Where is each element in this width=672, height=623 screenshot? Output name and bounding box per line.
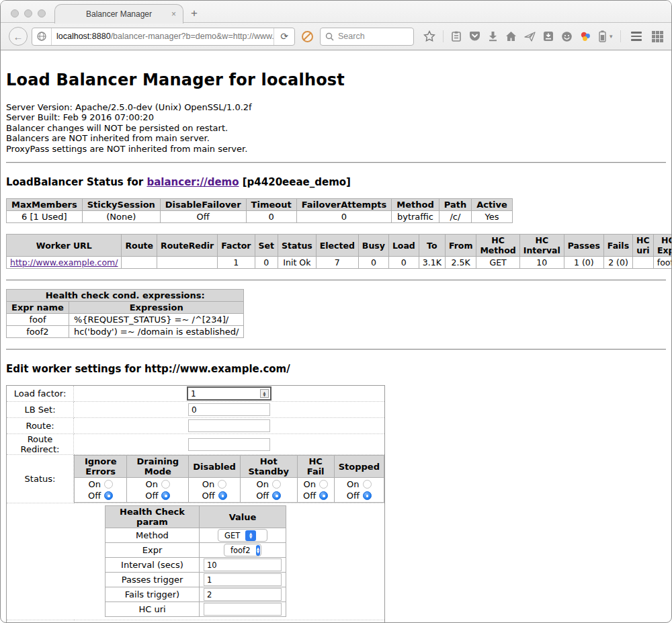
zoom-window-button[interactable] <box>38 9 46 17</box>
table-row: foof %{REQUEST_STATUS} =~ /^[234]/ <box>7 314 244 326</box>
hc-expr-table-title: Health check cond. expressions: <box>7 290 244 302</box>
disabled-on-radio[interactable] <box>218 480 226 489</box>
divider <box>6 349 666 350</box>
color-dots-icon[interactable] <box>580 31 591 42</box>
on-label: On <box>202 479 214 489</box>
draining-mode-off-radio[interactable] <box>161 491 170 500</box>
cell-set: 0 <box>255 257 278 269</box>
health-check-expressions-table: Health check cond. expressions: Expr nam… <box>6 289 244 338</box>
minimize-window-button[interactable] <box>24 9 32 17</box>
hot-standby-on-radio[interactable] <box>272 480 281 489</box>
cell-factor: 1 <box>218 257 255 269</box>
off-label: Off <box>88 491 101 501</box>
fails-input[interactable] <box>204 588 282 601</box>
tab-grid-icon[interactable] <box>652 31 663 42</box>
col-disabled: Disabled <box>189 456 241 478</box>
reload-icon[interactable]: ⟳ <box>274 31 294 42</box>
method-row: Method GET ▲▼ <box>106 528 286 543</box>
table-row: 6 [1 Used] (None) Off 0 0 bytraffic /c/ … <box>7 211 513 223</box>
load-factor-input[interactable] <box>188 389 260 399</box>
hc-uri-input[interactable] <box>204 603 282 616</box>
new-tab-button[interactable]: + <box>191 7 198 20</box>
cell-passes: 1 (0) <box>564 257 603 269</box>
heading-prefix: LoadBalancer Status for <box>6 176 146 188</box>
worker-url-link[interactable]: http://www.example.com/ <box>10 257 118 267</box>
table-row: http://www.example.com/ 1 0 Init Ok 7 0 … <box>7 257 672 269</box>
interval-input[interactable] <box>204 558 282 571</box>
hc-fail-on-radio[interactable] <box>319 480 328 489</box>
expr-selected-value: foof2 <box>230 546 251 555</box>
persist-note-line: Balancer changes will NOT be persisted o… <box>6 123 666 133</box>
url-bar[interactable]: localhost:8880/balancer-manager?b=demo&w… <box>32 28 295 46</box>
downloads-icon[interactable] <box>488 31 498 42</box>
battery-icon[interactable] <box>599 30 606 42</box>
cell-elected: 7 <box>316 257 358 269</box>
route-redirect-input[interactable] <box>188 438 270 451</box>
globe-icon[interactable] <box>32 32 51 41</box>
method-select[interactable]: GET ▲▼ <box>218 529 267 542</box>
cell-expr-name: foof2 <box>7 326 69 338</box>
col-active: Active <box>472 199 513 211</box>
stopped-off-radio[interactable] <box>363 491 372 500</box>
clipboard-icon[interactable] <box>451 31 462 42</box>
cell-route <box>122 257 157 269</box>
col-method: Method <box>392 199 439 211</box>
smiley-icon[interactable] <box>561 31 573 42</box>
passes-input[interactable] <box>204 573 282 586</box>
draining-mode-on-radio[interactable] <box>161 480 170 489</box>
load-factor-row: Load factor: ▲▼ <box>7 386 385 402</box>
table-header-row: Expr name Expression <box>7 302 244 314</box>
status-row: Status: Ignore Errors Draining Mode Disa… <box>7 455 385 503</box>
table-header-row: Health Check param Value <box>106 506 286 528</box>
col-hc-uri: HC uri <box>633 235 654 257</box>
blocked-plugin-icon[interactable] <box>302 31 313 42</box>
url-text[interactable]: localhost:8880/balancer-manager?b=demo&w… <box>52 32 274 41</box>
page-content: Load Balancer Manager for localhost Serv… <box>1 71 671 623</box>
lb-set-input[interactable] <box>188 403 270 416</box>
back-button[interactable]: ← <box>9 27 28 46</box>
route-input[interactable] <box>188 419 270 432</box>
col-fails: Fails <box>603 235 632 257</box>
close-window-button[interactable] <box>11 9 19 17</box>
navigation-toolbar: ← localhost:8880/balancer-manager?b=demo… <box>1 23 671 50</box>
table-header-row: Ignore Errors Draining Mode Disabled Hot… <box>75 456 384 478</box>
toolbar-divider <box>443 30 444 42</box>
overflow-caret-icon[interactable]: ▾ <box>610 33 613 40</box>
hc-fail-off-radio[interactable] <box>319 491 328 500</box>
hot-standby-off-radio[interactable] <box>272 491 281 500</box>
fails-label: Fails trigger) <box>106 587 200 602</box>
stopped-on-radio[interactable] <box>363 480 372 489</box>
toolbar-divider <box>620 30 621 42</box>
bookmark-star-icon[interactable] <box>423 30 435 42</box>
col-failoverattempts: FailoverAttempts <box>296 199 392 211</box>
cell-expr-name: foof <box>7 314 69 326</box>
heading-suffix: [p4420eeae_demo] <box>239 176 351 188</box>
hc-uri-label: HC uri <box>106 602 200 617</box>
tab-balancer-manager[interactable]: Balancer Manager × <box>54 4 183 24</box>
ignore-errors-on-radio[interactable] <box>104 480 113 489</box>
col-hc-fail: HC Fail <box>297 456 334 478</box>
pocket-icon[interactable] <box>469 31 480 42</box>
home-icon[interactable] <box>505 31 517 42</box>
cell-routeredir <box>157 257 218 269</box>
disabled-off-radio[interactable] <box>218 491 227 500</box>
server-version-line: Server Version: Apache/2.5.0-dev (Unix) … <box>6 102 666 112</box>
send-icon[interactable] <box>524 31 536 42</box>
window-controls[interactable] <box>11 9 46 17</box>
balancer-demo-link[interactable]: balancer://demo <box>146 176 239 188</box>
lb-set-row: LB Set: <box>7 402 385 418</box>
download-box-icon[interactable] <box>543 31 554 42</box>
menu-icon[interactable] <box>631 32 642 41</box>
number-stepper-icon[interactable]: ▲▼ <box>260 389 269 398</box>
route-redirect-row: Route Redirect: <box>7 434 385 455</box>
ignore-errors-off-radio[interactable] <box>104 491 113 500</box>
route-redirect-label: Route Redirect: <box>7 434 74 455</box>
back-icon: ← <box>13 31 24 42</box>
tab-close-icon[interactable]: × <box>171 9 176 19</box>
col-timeout: Timeout <box>246 199 296 211</box>
col-hot-standby: Hot Standby <box>240 456 297 478</box>
cell-failoverattempts: 0 <box>296 211 392 223</box>
cell-path: /c/ <box>439 211 471 223</box>
expr-select[interactable]: foof2 ▲▼ <box>224 544 261 556</box>
search-bar[interactable]: Search <box>320 28 414 46</box>
